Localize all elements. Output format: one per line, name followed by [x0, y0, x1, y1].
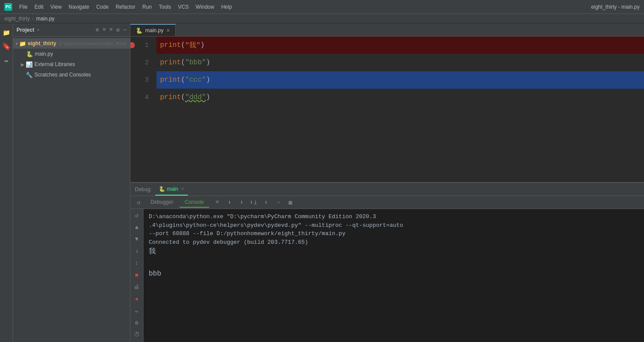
menu-refactor[interactable]: Refactor	[112, 2, 139, 12]
tree-item-ext-libs[interactable]: ▶ 📊 External Libraries	[13, 59, 130, 70]
scratches-label: Scratches and Consoles	[34, 72, 91, 78]
debug-print-icon[interactable]: 🖨	[132, 282, 142, 292]
project-tree: ▾ 📁 eight_thirty D:\pythonhomework\eight…	[13, 37, 130, 342]
collapse-icon[interactable]: ≡	[103, 27, 106, 33]
paren-close-4: )	[206, 93, 210, 101]
console-connected-text: Connected to pydev debugger (build 203.7…	[149, 238, 639, 247]
menu-file[interactable]: File	[16, 2, 31, 12]
line-num-1: 1	[130, 37, 152, 54]
panel-dropdown-arrow[interactable]: ▾	[37, 27, 40, 33]
step-out-btn[interactable]: ⬆	[260, 197, 272, 208]
scratches-icon: 🔧	[26, 72, 33, 78]
restore-layout-btn[interactable]: ≡	[212, 197, 223, 208]
string-chinese-1: "我"	[185, 41, 200, 50]
debug-edit-icon[interactable]: ✏	[132, 306, 142, 316]
window-title: eight_thirty - main.py	[591, 4, 640, 10]
code-editor[interactable]: 1 2 3 4 print("我") print("bbb") print("c…	[130, 37, 644, 182]
paren-open-3: (	[181, 76, 185, 84]
step-into-btn[interactable]: ⬇⤓	[248, 197, 260, 208]
expand-icon[interactable]: ≡	[110, 27, 113, 33]
minimize-icon[interactable]: —	[123, 27, 127, 33]
debug-settings-icon2[interactable]: ⚙	[132, 319, 142, 328]
debug-close-btn[interactable]: ✕	[181, 186, 184, 191]
debug-stop-icon[interactable]: ■	[132, 271, 142, 280]
folder-path: D:\pythonhomework\eight_thirty	[59, 41, 126, 46]
sidebar-toggle-icon[interactable]: ▬	[1, 55, 12, 66]
menu-bar: File Edit View Navigate Code Refactor Ru…	[16, 2, 235, 12]
menu-code[interactable]: Code	[93, 2, 112, 12]
console-output-blank	[149, 258, 639, 269]
menu-window[interactable]: Window	[192, 2, 218, 12]
run-cursor-btn[interactable]: →	[273, 197, 284, 208]
breadcrumb-project: eight_thirty	[4, 16, 30, 22]
activity-bar: 📁 🔖 ▬	[0, 23, 13, 342]
debug-left-sidebar: ↺ ▲ ▼ ⤓ ↕ ■ 🖨 ● ✏ ⚙ ⏱ 📌	[130, 209, 143, 342]
console-tab-btn[interactable]: Console	[180, 197, 209, 208]
line-num-3: 3	[130, 71, 152, 89]
string-ddd: "ddd"	[185, 93, 206, 101]
menu-edit[interactable]: Edit	[31, 2, 47, 12]
console-command-text: D:\anaconda\python.exe "D:\pycharm\PyCha…	[149, 213, 639, 238]
code-content[interactable]: print("我") print("bbb") print("ccc") pri…	[157, 37, 644, 182]
debug-move-icon[interactable]: ↕	[132, 259, 142, 268]
breadcrumb-separator: ›	[32, 16, 35, 21]
paren-open-2: (	[181, 59, 185, 66]
code-line-2[interactable]: print("bbb")	[157, 54, 644, 71]
step-over-up-btn[interactable]: ⬆	[224, 197, 235, 208]
paren-close-1: )	[200, 41, 205, 49]
menu-view[interactable]: View	[47, 2, 65, 12]
paren-close-3: )	[206, 76, 210, 84]
tab-close-btn[interactable]: ✕	[166, 28, 170, 33]
menu-run[interactable]: Run	[139, 2, 155, 12]
python-file-icon: 🐍	[26, 51, 33, 57]
step-over-btn[interactable]: ⬇	[236, 197, 247, 208]
bookmark-icon[interactable]: 🔖	[1, 41, 12, 52]
string-ccc: "ccc"	[185, 76, 206, 84]
debug-breakpoint-icon[interactable]: ●	[132, 295, 142, 304]
app-icon: PC	[4, 3, 12, 11]
project-icon[interactable]: 📁	[1, 27, 12, 38]
debug-run-icon: 🐍	[159, 186, 165, 192]
debug-toolbar: ↺ Debugger Console ≡ ⬆ ⬇ ⬇⤓ ⬆ → ▦	[130, 196, 644, 209]
tab-mainpy[interactable]: 🐍 main.py ✕	[130, 24, 176, 36]
debug-content: ↺ ▲ ▼ ⤓ ↕ ■ 🖨 ● ✏ ⚙ ⏱ 📌 D:\anaconda\pyth…	[130, 209, 644, 342]
line-num-4: 4	[130, 89, 152, 106]
code-line-3[interactable]: print("ccc")	[157, 71, 644, 89]
lib-icon: 📊	[26, 61, 33, 68]
menu-navigate[interactable]: Navigate	[65, 2, 93, 12]
folder-icon: 📁	[19, 40, 26, 47]
string-bbb: "bbb"	[185, 59, 206, 66]
line-numbers: 1 2 3 4	[130, 37, 157, 182]
tab-file-icon: 🐍	[136, 27, 143, 34]
debug-timer-icon[interactable]: ⏱	[132, 330, 142, 340]
debug-scroll-down-icon[interactable]: ▼	[132, 235, 142, 244]
locate-icon[interactable]: ⊕	[96, 27, 99, 33]
menu-tools[interactable]: Tools	[155, 2, 174, 12]
debug-rerun-icon[interactable]: ↺	[132, 211, 142, 220]
tree-item-root[interactable]: ▾ 📁 eight_thirty D:\pythonhomework\eight…	[13, 38, 130, 49]
keyword-print-4: print	[160, 93, 181, 101]
main-layout: 📁 🔖 ▬ Project ▾ ⊕ ≡ ≡ ⚙ — ▾ 📁 eight_thir…	[0, 23, 644, 342]
debugger-tab-btn[interactable]: Debugger	[145, 197, 179, 208]
file-name-mainpy: main.py	[35, 51, 53, 57]
expand-arrow-root: ▾	[16, 41, 18, 46]
debug-tab-main[interactable]: 🐍 main ✕	[155, 183, 188, 196]
code-line-1[interactable]: print("我")	[157, 37, 644, 54]
settings-icon[interactable]: ⚙	[116, 27, 120, 33]
debug-scroll-up-icon[interactable]: ▲	[132, 223, 142, 232]
menu-vcs[interactable]: VCS	[174, 2, 192, 12]
breakpoint-1[interactable]	[130, 42, 135, 48]
project-panel: Project ▾ ⊕ ≡ ≡ ⚙ — ▾ 📁 eight_thirty D:\…	[13, 23, 130, 342]
menu-help[interactable]: Help	[218, 2, 236, 12]
frames-btn[interactable]: ▦	[285, 197, 296, 208]
panel-header-icons: ⊕ ≡ ≡ ⚙ —	[96, 27, 127, 33]
editor-debug: 🐍 main.py ✕ 1 2 3 4 print("我")	[130, 23, 644, 342]
breadcrumb-file: main.py	[36, 16, 54, 22]
tree-item-scratches[interactable]: ▶ 🔧 Scratches and Consoles	[13, 70, 130, 80]
tab-label: main.py	[145, 27, 164, 33]
rerun-btn[interactable]: ↺	[133, 197, 144, 208]
debug-import-icon[interactable]: ⤓	[132, 247, 142, 256]
paren-open-1: (	[181, 41, 185, 49]
code-line-4[interactable]: print("ddd")	[157, 89, 644, 106]
tree-item-mainpy[interactable]: 🐍 main.py	[13, 49, 130, 59]
